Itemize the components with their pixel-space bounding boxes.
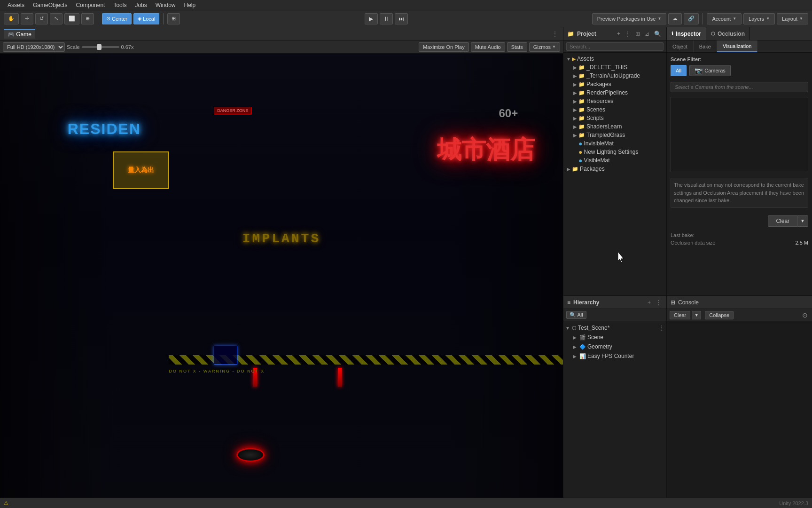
console-clear-dropdown[interactable]: ▼ (692, 311, 701, 319)
layers-btn[interactable]: Layers ▼ (743, 13, 775, 24)
align-btn[interactable]: ⊞ (167, 13, 180, 24)
console-collapse-btn[interactable]: Collapse (705, 311, 734, 319)
menu-component[interactable]: Component (72, 1, 109, 9)
console-clear-btn[interactable]: Clear (670, 311, 690, 319)
occlusion-size-label: Occlusion data size (671, 240, 715, 246)
play-btn[interactable]: ▶ (365, 13, 378, 24)
camera-select-input[interactable] (671, 82, 808, 92)
scale-tool-btn[interactable]: ⤡ (50, 13, 62, 24)
tree-render[interactable]: ▶ 📁 RenderPipelines (563, 88, 666, 97)
tree-shaders[interactable]: ▶ 📁 ShadersLearn (563, 122, 666, 131)
terrain-arrow: ▶ (572, 73, 578, 79)
game-view-header: 🎮 Game ⋮ (0, 27, 563, 40)
pivot-btn[interactable]: ⊙ Center (102, 13, 132, 24)
console-toolbar: Clear ▼ Collapse ⊙ (667, 309, 812, 321)
occlusion-tab[interactable]: ⬡ Occlusion (706, 27, 750, 40)
grass-icon: 📁 (578, 132, 585, 138)
filter-all-btn[interactable]: All (671, 65, 687, 76)
maximize-btn[interactable]: Maximize On Play (419, 42, 469, 52)
rotate-tool-btn[interactable]: ↺ (35, 13, 48, 24)
scale-thumb[interactable] (97, 44, 102, 50)
layout-btn[interactable]: Layout ▼ (777, 13, 808, 24)
hierarchy-toolbar: 🔍 All (563, 309, 666, 321)
delete-label: _DELETE_THIS (586, 64, 627, 71)
mute-btn[interactable]: Mute Audio (471, 42, 505, 52)
tree-packages-root[interactable]: ▶ 📁 Packages (563, 165, 666, 173)
fps-label: Easy FPS Counter (587, 353, 634, 359)
filter-cameras-btn[interactable]: 📷 Cameras (689, 65, 731, 76)
tree-packages-assets[interactable]: ▶ 📁 Packages (563, 80, 666, 88)
test-scene-menu[interactable]: ⋮ (659, 325, 664, 331)
collab-btn[interactable]: 🔗 (684, 13, 699, 24)
project-search-input[interactable] (566, 42, 664, 51)
menu-jobs[interactable]: Jobs (131, 1, 150, 9)
clear-dropdown[interactable]: ▼ (797, 215, 808, 227)
account-btn[interactable]: Account ▼ (707, 13, 742, 24)
hierarchy-add-btn[interactable]: + (646, 299, 652, 306)
tree-grass[interactable]: ▶ 📁 TrampledGrass (563, 131, 666, 139)
rect-tool-btn[interactable]: ⬜ (64, 13, 79, 24)
occ-tab-bake[interactable]: Bake (694, 40, 717, 52)
occlusion-label: Occlusion (718, 31, 745, 37)
project-panel-header: 📁 Project + ⋮ ⊞ ⊿ 🔍 (563, 27, 666, 40)
gizmos-btn[interactable]: Gizmos ▼ (529, 42, 560, 52)
cloud-btn[interactable]: ☁ (668, 13, 682, 24)
project-menu-btn[interactable]: ⋮ (624, 30, 632, 38)
project-search-btn[interactable]: 🔍 (653, 30, 663, 38)
tree-visible-mat[interactable]: ● VisibleMat (563, 156, 666, 165)
clear-button[interactable]: Clear (768, 215, 797, 227)
project-add-btn[interactable]: + (616, 30, 622, 38)
hierarchy-menu-btn[interactable]: ⋮ (654, 299, 663, 306)
project-layout-btn[interactable]: ⊞ (634, 30, 641, 38)
tree-invisible-mat[interactable]: ● InvisibleMat (563, 139, 666, 148)
stats-btn[interactable]: Stats (507, 42, 527, 52)
right-top: 📁 Project + ⋮ ⊞ ⊿ 🔍 (563, 27, 812, 295)
vis-mat-dot: ● (578, 157, 582, 164)
inspector-tab-bar: ℹ Inspector ⬡ Occlusion (667, 27, 812, 40)
menu-tools[interactable]: Tools (109, 1, 130, 9)
menu-window[interactable]: Window (152, 1, 180, 9)
shaders-icon: 📁 (578, 124, 585, 130)
fps-arrow: ▶ (573, 354, 579, 359)
move-tool-btn[interactable]: ✛ (21, 13, 33, 24)
packages-a-arrow: ▶ (572, 82, 578, 87)
right-bottom: ≡ Hierarchy + ⋮ 🔍 All ▼ (563, 295, 812, 498)
tree-delete-this[interactable]: ▶ 📁 _DELETE_THIS (563, 63, 666, 71)
resolution-select[interactable]: Full HD (1920x1080) (3, 42, 65, 52)
tree-assets-root[interactable]: ▼ ▶ Assets (563, 55, 666, 63)
hier-test-scene[interactable]: ▼ ⬡ Test_Scene* ⋮ (563, 323, 666, 333)
step-btn[interactable]: ⏭ (395, 13, 408, 24)
tree-terrain[interactable]: ▶ 📁 _TerrainAutoUpgrade (563, 71, 666, 80)
hand-tool-btn[interactable]: ✋ (4, 13, 19, 24)
custom-tool-btn[interactable]: ⊕ (81, 13, 94, 24)
project-filter-btn[interactable]: ⊿ (643, 30, 651, 38)
pause-btn[interactable]: ⏸ (380, 13, 393, 24)
space-btn[interactable]: ◈ Local (133, 13, 159, 24)
game-tab[interactable]: 🎮 Game (4, 29, 35, 39)
tree-scripts[interactable]: ▶ 📁 Scripts (563, 114, 666, 122)
visualization-note: The visualization may not correspond to … (671, 178, 808, 208)
menu-gameobject[interactable]: GameObjects (29, 1, 71, 9)
hier-scene[interactable]: ▶ 🎬 Scene (563, 333, 666, 342)
occ-tab-object[interactable]: Object (667, 40, 694, 52)
hier-geometry[interactable]: ▶ 🔷 Geometry (563, 342, 666, 351)
inspector-tab[interactable]: ℹ Inspector (667, 27, 706, 40)
sep2 (163, 13, 164, 24)
tree-scenes[interactable]: ▶ 📁 Scenes (563, 105, 666, 114)
tree-lighting[interactable]: ● New Lighting Settings (563, 148, 666, 156)
tree-resources[interactable]: ▶ 📁 Resources (563, 97, 666, 105)
console-options-btn[interactable]: ⊙ (801, 311, 809, 319)
hier-fps-counter[interactable]: ▶ 📊 Easy FPS Counter (563, 351, 666, 361)
menu-assets[interactable]: Assets (4, 1, 28, 9)
inspector-icon: ℹ (671, 31, 673, 36)
hier-filter-all-btn[interactable]: 🔍 All (566, 311, 586, 319)
game-canvas[interactable]: RESIDEN 城市酒店 IMPLANTS 量入為出 60+ DANG (0, 54, 563, 498)
menu-help[interactable]: Help (180, 1, 199, 9)
game-menu-btn[interactable]: ⋮ (551, 30, 559, 38)
occ-tab-visualization[interactable]: Visualization (717, 40, 758, 52)
last-bake-label: Last bake: (671, 232, 695, 238)
preview-packages-btn[interactable]: Preview Packages in Use ▼ (592, 13, 667, 24)
scale-slider[interactable] (82, 46, 119, 48)
project-toolbar (563, 40, 666, 53)
visualization-area (671, 97, 808, 172)
